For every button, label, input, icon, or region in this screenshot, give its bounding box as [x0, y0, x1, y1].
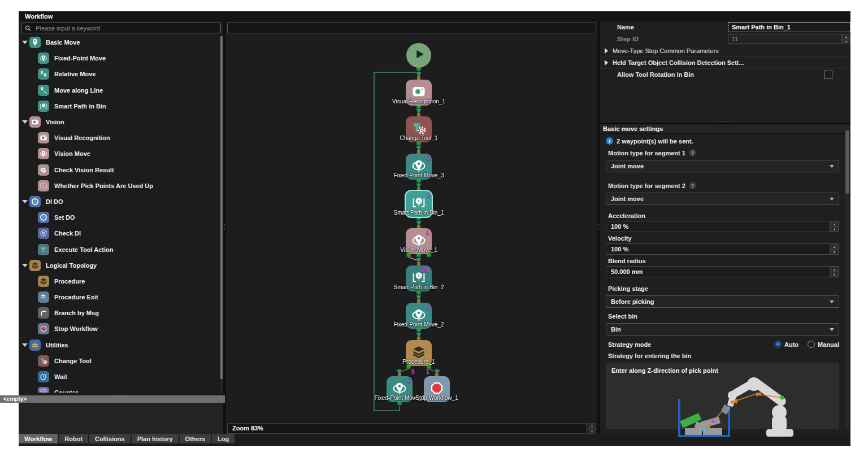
sidebar-category-vision[interactable]: Vision	[19, 114, 223, 130]
motion-type-for-segment-2-dropdown[interactable]: Joint move	[606, 193, 839, 205]
allow-tool-rotation-row: Allow Tool Rotation in Bin	[600, 69, 850, 80]
velocity-stepper[interactable]: ▴▾	[830, 244, 839, 254]
tab-workflow[interactable]: Workflow	[19, 434, 58, 443]
canvas-toolbar[interactable]	[227, 23, 596, 33]
tab-plan-history[interactable]: Plan history	[132, 434, 179, 443]
stepper-up-icon[interactable]: ▴	[830, 221, 839, 226]
sidebar-item-counter[interactable]: 123Counter	[19, 385, 223, 393]
collapse-caret-icon[interactable]	[22, 200, 28, 203]
sidebar-item-vision-move[interactable]: Vision Move	[19, 146, 223, 162]
search-box[interactable]	[21, 23, 221, 33]
collapse-caret-icon[interactable]	[22, 120, 28, 124]
help-icon[interactable]: ?	[689, 182, 696, 189]
section-move-type-common[interactable]: Move-Type Step Common Parameters	[600, 45, 850, 57]
sidebar-item-stop-workflow[interactable]: Stop Workflow	[19, 321, 223, 337]
sidebar-item-smart-path-in-bin[interactable]: Smart Path in Bin	[19, 98, 223, 114]
collapse-caret-icon[interactable]	[22, 264, 28, 267]
workflow-node-smart-path-in-bin-1[interactable]: JSmart Path in Bin_1	[406, 191, 432, 217]
workflow-node-stop-workflow-1[interactable]: Stop Workflow_1	[424, 376, 450, 402]
sidebar-item-fixed-point-move[interactable]: Fixed-Point Move	[19, 50, 223, 66]
workflow-node-fixed-point-move-2[interactable]: JFixed-Point Move_2	[406, 303, 432, 329]
empty-bar: <empty>	[0, 395, 225, 403]
inspector-panel: Name Step ID ▴ ▾	[600, 21, 850, 434]
allow-tool-rotation-checkbox[interactable]	[824, 71, 832, 79]
help-icon[interactable]: ?	[689, 149, 696, 156]
zoom-stepper-down-icon[interactable]: ▾	[588, 428, 596, 434]
picking-stage-dropdown[interactable]: Before picking	[606, 295, 839, 308]
inspector-splitter-handle[interactable]	[600, 119, 850, 123]
sidebar-category-logical-topology[interactable]: Logical Topology	[19, 258, 223, 273]
sidebar-item-move-along-line[interactable]: Move along Line	[19, 82, 223, 98]
inspector-scrollbar[interactable]	[845, 128, 849, 429]
step-properties: Name Step ID ▴ ▾	[600, 21, 850, 124]
tab-log[interactable]: Log	[212, 434, 235, 443]
stepper-up-icon[interactable]: ▴	[830, 244, 839, 249]
sidebar-category-di-do[interactable]: DI DO	[19, 194, 223, 210]
workflow-node-smart-path-in-bin-2[interactable]: J/LSmart Path in Bin_2	[406, 265, 432, 291]
radio-auto-icon[interactable]	[774, 341, 782, 348]
workflow-node-change-tool-1[interactable]: Change Tool_1	[406, 116, 432, 142]
chevron-down-icon	[830, 165, 834, 168]
zoom-stepper[interactable]: ▴ ▾	[588, 423, 596, 434]
sidebar-item-wait[interactable]: Wait	[19, 369, 223, 385]
basic-move-settings-body: i 2 waypoint(s) will be sent. Motion typ…	[600, 134, 850, 434]
motion-type-for-segment-1-dropdown[interactable]: Joint move	[606, 160, 839, 172]
field-velocity: Velocity100 %▴▾	[606, 234, 839, 255]
step-name-input[interactable]	[728, 22, 850, 32]
velocity-input[interactable]: 100 %▴▾	[606, 243, 839, 255]
sidebar-item-check-di[interactable]: DICheck DI	[19, 225, 223, 241]
workflow-node-vision-move-1[interactable]: LVision Move_1	[406, 228, 432, 254]
select-bin-dropdown[interactable]: Bin	[606, 323, 839, 336]
field-label: Velocity	[608, 235, 632, 242]
zoom-stepper-up-icon[interactable]: ▴	[588, 423, 596, 429]
basic-move-icon	[29, 37, 41, 48]
stepper-up-icon[interactable]: ▴	[830, 267, 839, 272]
sidebar-item-visual-recognition[interactable]: Visual Recognition	[19, 130, 223, 146]
collapse-caret-icon[interactable]	[22, 41, 28, 44]
node-label: Fixed-Point Move_2	[376, 321, 461, 328]
zoom-level-text: Zoom 83%	[232, 425, 263, 432]
sidebar-item-branch-by-msg[interactable]: Branch by Msg	[19, 305, 223, 321]
zoom-level[interactable]: Zoom 83%	[227, 423, 587, 434]
step-id-down-icon: ▾	[842, 39, 850, 44]
sidebar-item-set-do[interactable]: Set DO	[19, 210, 223, 225]
search-input[interactable]	[34, 24, 217, 32]
radio-manual[interactable]: Manual	[808, 341, 839, 348]
step-id-input	[728, 34, 842, 44]
stepper-down-icon[interactable]: ▾	[830, 226, 839, 232]
blend-radius-stepper[interactable]: ▴▾	[830, 267, 839, 277]
stepper-down-icon[interactable]: ▾	[830, 249, 839, 254]
blend-radius-input[interactable]: 50.000 mm▴▾	[606, 266, 839, 277]
visual-recognition-icon	[38, 132, 49, 143]
section-held-target-collision[interactable]: Held Target Object Collision Detection S…	[600, 57, 850, 69]
acceleration-input[interactable]: 100 %▴▾	[606, 221, 839, 232]
field-select-bin: Select binBin	[606, 313, 839, 336]
category-label: Utilities	[46, 342, 68, 349]
sidebar-item-whether-pick-points-are-used-up[interactable]: Whether Pick Points Are Used Up	[19, 178, 223, 194]
sidebar-item-relative-move[interactable]: Relative Move	[19, 66, 223, 82]
workflow-node-fixed-point-move-3[interactable]: JFixed-Point Move_3	[406, 154, 432, 180]
workflow-graph[interactable]: 01 Visual Recognition_1Change Tool_1JFix…	[226, 33, 597, 421]
sidebar-category-utilities[interactable]: Utilities	[19, 337, 223, 353]
sidebar-item-procedure-exit[interactable]: Procedure Exit	[19, 289, 223, 305]
tab-robot[interactable]: Robot	[59, 434, 88, 443]
acceleration-stepper[interactable]: ▴▾	[830, 221, 839, 232]
node-label: Change Tool_1	[376, 135, 461, 141]
tab-collisions[interactable]: Collisions	[89, 434, 131, 443]
workflow-canvas-panel: 01 Visual Recognition_1Change Tool_1JFix…	[226, 21, 597, 434]
branch-by-msg-icon	[38, 307, 49, 319]
stepper-down-icon[interactable]: ▾	[830, 272, 839, 277]
tab-others[interactable]: Others	[180, 434, 211, 443]
run-workflow-button[interactable]	[406, 43, 431, 68]
collapse-caret-icon[interactable]	[22, 343, 28, 347]
sidebar-item-execute-tool-action[interactable]: Execute Tool Action	[19, 241, 223, 257]
workflow-node-visual-recognition-1[interactable]: Visual Recognition_1	[406, 80, 432, 106]
radio-auto[interactable]: Auto	[774, 341, 798, 348]
sidebar-item-procedure[interactable]: Procedure	[19, 273, 223, 289]
sidebar-item-change-tool[interactable]: Change Tool	[19, 353, 223, 369]
workflow-node-procedure-1[interactable]: Procedure_1	[406, 340, 432, 366]
radio-manual-icon[interactable]	[808, 341, 815, 348]
sidebar-scrollbar[interactable]	[220, 36, 223, 393]
sidebar-category-basic-move[interactable]: Basic Move	[19, 34, 223, 50]
sidebar-item-check-vision-result[interactable]: Check Vision Result	[19, 162, 223, 178]
